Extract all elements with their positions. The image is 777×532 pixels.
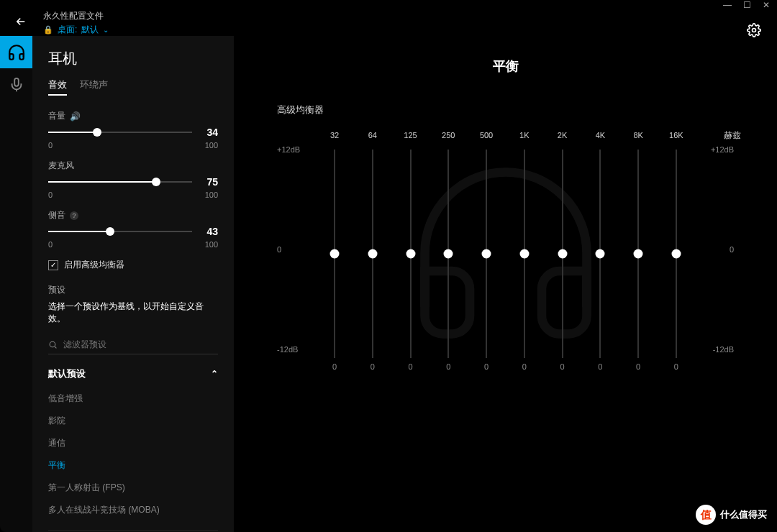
volume-min: 0	[48, 141, 53, 150]
sidetone-slider[interactable]	[48, 231, 192, 232]
main-title: 平衡	[270, 58, 741, 75]
eq-band-slider[interactable]	[410, 150, 412, 358]
eq-band-slider[interactable]	[447, 150, 449, 358]
eq-band-slider[interactable]	[599, 150, 601, 358]
window-titlebar: — ☐ ✕	[0, 0, 777, 10]
eq-band: 32 0	[320, 131, 349, 375]
eq-band: 2K 0	[548, 131, 577, 375]
eq-band-value: 0	[674, 362, 678, 375]
volume-icon: 🔊	[70, 111, 81, 121]
default-presets-label: 默认预设	[48, 367, 86, 380]
hz-label: 赫兹	[724, 129, 741, 142]
volume-slider-group: 音量🔊 34 0100	[48, 110, 218, 150]
eq-freq-label: 500	[480, 131, 493, 145]
mic-max: 100	[205, 191, 218, 199]
eq-band: 500 0	[472, 131, 501, 375]
window-close[interactable]: ✕	[763, 0, 770, 10]
preset-search[interactable]	[48, 335, 218, 354]
volume-value: 34	[199, 127, 218, 138]
eq-freq-label: 4K	[596, 131, 605, 145]
profile-selector[interactable]: 🔒 桌面: 默认 ⌄	[43, 24, 109, 36]
eq-freq-label: 1K	[519, 131, 529, 145]
eq-band-slider[interactable]	[637, 150, 639, 358]
preset-item[interactable]: 低音增强	[48, 387, 218, 410]
window-minimize[interactable]: —	[723, 0, 732, 10]
profile-prefix: 桌面:	[58, 24, 77, 36]
eq-band-slider[interactable]	[486, 150, 487, 358]
profile-name: 默认	[81, 24, 99, 36]
back-button[interactable]	[14, 15, 27, 32]
sidetone-value: 43	[199, 226, 218, 237]
eq-band: 8K 0	[624, 131, 653, 375]
preset-item[interactable]: 第一人称射击 (FPS)	[48, 477, 218, 499]
mic-tab-icon[interactable]	[0, 68, 32, 101]
svg-rect-1	[14, 78, 19, 86]
sidetone-min: 0	[48, 240, 53, 249]
preset-item[interactable]: 影院	[48, 410, 218, 432]
mic-label: 麦克风	[48, 160, 74, 172]
eq-band-slider[interactable]	[562, 150, 563, 358]
enable-eq-checkbox[interactable]: ✓	[48, 260, 58, 270]
svg-point-0	[753, 29, 756, 32]
main-panel: 平衡 高级均衡器 +12dB0-12dB 赫兹 32 064 0125 0250…	[234, 36, 777, 532]
mic-value: 75	[199, 176, 218, 188]
eq-band-slider[interactable]	[372, 150, 373, 358]
mic-slider[interactable]	[48, 181, 192, 183]
help-icon[interactable]: ?	[70, 211, 78, 220]
eq-band-value: 0	[522, 362, 527, 375]
eq-band-slider[interactable]	[524, 150, 525, 358]
eq-band: 64 0	[358, 131, 387, 375]
sidetone-label: 侧音	[48, 209, 65, 221]
preset-search-input[interactable]	[63, 339, 218, 349]
eq-section-label: 高级均衡器	[277, 104, 741, 116]
eq-band-slider[interactable]	[676, 150, 677, 358]
eq-band-value: 0	[408, 362, 412, 375]
watermark-text: 什么值得买	[720, 508, 767, 521]
eq-band: 250 0	[434, 131, 463, 375]
watermark-icon: 值	[696, 505, 716, 525]
chevron-up-icon: ⌃	[211, 369, 218, 379]
presets-section-label: 预设	[48, 284, 218, 296]
eq-band: 1K 0	[510, 131, 539, 375]
mic-slider-group: 麦克风 75 0100	[48, 160, 218, 199]
default-presets-header[interactable]: 默认预设 ⌃	[48, 367, 218, 380]
volume-slider[interactable]	[48, 132, 192, 133]
eq-freq-label: 8K	[633, 131, 642, 145]
eq-band-value: 0	[598, 362, 602, 375]
eq-freq-label: 125	[404, 131, 417, 145]
headphones-tab-icon[interactable]	[0, 36, 32, 68]
icon-sidebar	[0, 36, 32, 532]
tab-surround[interactable]: 环绕声	[80, 78, 108, 96]
eq-bands: 赫兹 32 064 0125 0250 0500 01K 02K 04K 08K…	[313, 131, 698, 375]
eq-band: 16K 0	[662, 131, 691, 375]
chevron-down-icon: ⌄	[103, 26, 109, 34]
volume-max: 100	[205, 141, 218, 150]
preset-item[interactable]: 通信	[48, 432, 218, 454]
eq-scale-right: +12dB0-12dB	[698, 131, 734, 375]
preset-item[interactable]: 多人在线战斗竞技场 (MOBA)	[48, 499, 218, 521]
eq-freq-label: 32	[330, 131, 339, 145]
volume-label: 音量	[48, 110, 65, 122]
preset-list: 低音增强影院通信平衡第一人称射击 (FPS)多人在线战斗竞技场 (MOBA)	[48, 387, 218, 521]
watermark: 值 什么值得买	[696, 505, 767, 525]
sidetone-max: 100	[205, 240, 218, 249]
window-maximize[interactable]: ☐	[743, 0, 751, 10]
eq-band: 4K 0	[586, 131, 614, 375]
eq-freq-label: 250	[442, 131, 455, 145]
preset-item[interactable]: 平衡	[48, 454, 218, 477]
tab-audio[interactable]: 音效	[48, 78, 67, 96]
eq-freq-label: 2K	[558, 131, 567, 145]
eq-band: 125 0	[396, 131, 425, 375]
header-subtitle: 永久性配置文件	[43, 10, 109, 22]
sidetone-slider-group: 侧音? 43 0100	[48, 209, 218, 249]
mic-min: 0	[48, 191, 53, 199]
lock-icon: 🔒	[43, 25, 53, 35]
eq-band-value: 0	[446, 362, 450, 375]
sidebar: 耳机 音效 环绕声 音量🔊 34 0100 麦克风	[32, 36, 234, 532]
eq-scale-left: +12dB0-12dB	[277, 131, 313, 375]
eq-band-value: 0	[636, 362, 640, 375]
sidebar-title: 耳机	[48, 49, 218, 68]
header: 永久性配置文件 🔒 桌面: 默认 ⌄	[0, 10, 777, 36]
eq-band-slider[interactable]	[334, 150, 335, 358]
enable-eq-label: 启用高级均衡器	[64, 259, 124, 271]
